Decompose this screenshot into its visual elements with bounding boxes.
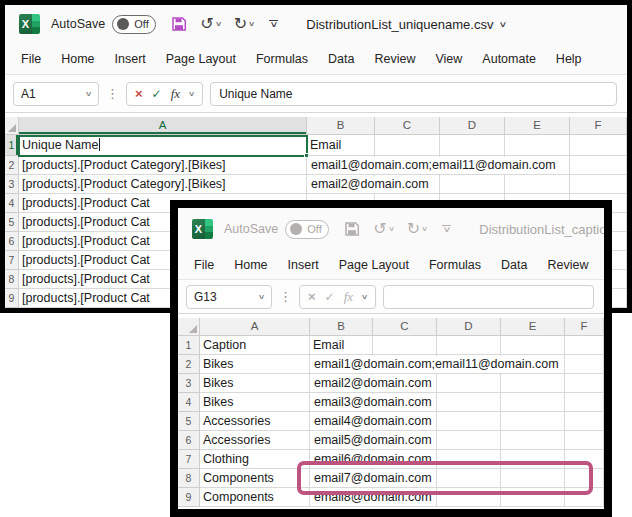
chevron-down-icon[interactable]: ∨ [361, 293, 369, 301]
row-header[interactable]: 5 [5, 213, 19, 232]
row-header[interactable]: 7 [178, 450, 200, 469]
select-all-button[interactable] [178, 318, 200, 336]
redo-icon[interactable]: ↻∨ [407, 221, 428, 237]
cell[interactable] [440, 135, 505, 156]
cell[interactable] [505, 135, 570, 156]
cell-a9[interactable]: Components [200, 488, 310, 507]
tab-page-layout[interactable]: Page Layout [329, 258, 419, 272]
cell[interactable] [565, 469, 604, 488]
autosave-toggle[interactable]: AutoSave Off [224, 220, 329, 239]
tab-file[interactable]: File [184, 258, 224, 272]
tab-data[interactable]: Data [318, 52, 364, 66]
cell[interactable] [505, 175, 570, 194]
chevron-down-icon[interactable]: ∨ [258, 293, 266, 301]
tab-insert[interactable]: Insert [105, 52, 156, 66]
row-header[interactable]: 8 [5, 270, 19, 289]
formula-bar-input[interactable] [383, 285, 594, 309]
cell-b2-highlighted[interactable]: email1@domain.com;email11@domain.com [310, 355, 373, 374]
cell[interactable] [437, 393, 501, 412]
column-header-a[interactable]: A [200, 318, 310, 336]
cell[interactable] [501, 469, 565, 488]
column-header-a[interactable]: A [19, 117, 307, 135]
cell[interactable] [375, 135, 440, 156]
undo-icon[interactable]: ↺∨ [200, 16, 221, 32]
cell[interactable] [570, 135, 627, 156]
cell-a2[interactable]: Bikes [200, 355, 310, 374]
save-icon[interactable] [344, 221, 360, 237]
cell[interactable] [501, 412, 565, 431]
chevron-down-icon[interactable]: ∨ [388, 221, 395, 237]
insert-function-icon[interactable]: fx [344, 289, 353, 305]
autosave-toggle[interactable]: AutoSave Off [51, 15, 156, 34]
cell[interactable] [437, 374, 501, 393]
undo-icon[interactable]: ↺∨ [373, 221, 394, 237]
chevron-down-icon[interactable]: ∨ [85, 90, 93, 98]
ribbon-display-options-icon[interactable]: ∨ [267, 20, 279, 28]
cell[interactable] [570, 156, 627, 175]
row-header[interactable]: 1 [178, 336, 200, 355]
autosave-switch[interactable]: Off [112, 15, 156, 34]
cell-a8[interactable]: Components [200, 469, 310, 488]
cell[interactable] [501, 374, 565, 393]
cell-a3[interactable]: Bikes [200, 374, 310, 393]
insert-function-icon[interactable]: fx [171, 86, 180, 102]
name-box[interactable]: A1 ∨ [13, 82, 99, 106]
row-header[interactable]: 9 [5, 289, 19, 308]
row-header[interactable]: 6 [5, 232, 19, 251]
cell[interactable] [565, 450, 604, 469]
tab-home[interactable]: Home [51, 52, 104, 66]
row-header[interactable]: 5 [178, 412, 200, 431]
row-header[interactable]: 2 [178, 355, 200, 374]
row-header[interactable]: 4 [5, 194, 19, 213]
column-header-d[interactable]: D [437, 318, 501, 336]
column-header-f[interactable]: F [570, 117, 627, 135]
cell[interactable] [440, 175, 505, 194]
formula-bar-input[interactable]: Unique Name [210, 82, 617, 106]
column-header-e[interactable]: E [505, 117, 570, 135]
cell[interactable] [437, 488, 501, 507]
row-header[interactable]: 3 [178, 374, 200, 393]
cell[interactable] [437, 431, 501, 450]
cell[interactable] [373, 336, 437, 355]
cell[interactable] [565, 431, 604, 450]
enter-icon[interactable]: ✓ [325, 290, 335, 304]
tab-review[interactable]: Review [364, 52, 425, 66]
column-header-b[interactable]: B [307, 117, 375, 135]
column-header-d[interactable]: D [440, 117, 505, 135]
cell[interactable] [565, 393, 604, 412]
cell[interactable] [501, 393, 565, 412]
tab-home[interactable]: Home [224, 258, 277, 272]
tab-data[interactable]: Data [491, 258, 537, 272]
cell-a4[interactable]: Bikes [200, 393, 310, 412]
chevron-down-icon[interactable]: ∨ [248, 16, 255, 32]
cell[interactable] [501, 336, 565, 355]
cell-b6[interactable]: email5@domain.com [310, 431, 373, 450]
cell-b5[interactable]: email4@domain.com [310, 412, 373, 431]
cell-b9[interactable]: email8@domain.com [310, 488, 373, 507]
column-header-e[interactable]: E [501, 318, 565, 336]
tab-automate[interactable]: Automate [472, 52, 546, 66]
tab-formulas[interactable]: Formulas [246, 52, 318, 66]
row-header[interactable]: 3 [5, 175, 19, 194]
row-header[interactable]: 1 [5, 135, 19, 156]
cancel-icon[interactable]: × [308, 289, 316, 304]
cell[interactable] [437, 450, 501, 469]
cell[interactable] [565, 336, 604, 355]
cell-a3[interactable]: [products].[Product Category].[Bikes] [19, 175, 307, 194]
chevron-down-icon[interactable]: ∨ [188, 90, 196, 98]
cancel-icon[interactable]: × [135, 86, 143, 101]
row-header[interactable]: 6 [178, 431, 200, 450]
cell[interactable] [437, 412, 501, 431]
select-all-button[interactable] [5, 117, 19, 135]
cell-b4[interactable]: email3@domain.com [310, 393, 373, 412]
tab-insert[interactable]: Insert [278, 258, 329, 272]
row-header[interactable]: 9 [178, 488, 200, 507]
column-header-f[interactable]: F [565, 318, 604, 336]
document-title[interactable]: DistributionList_uniquename.csv ∨ [306, 17, 506, 32]
cell-b1[interactable]: Email [310, 336, 373, 355]
row-header[interactable]: 7 [5, 251, 19, 270]
tab-formulas[interactable]: Formulas [419, 258, 491, 272]
cell[interactable] [570, 175, 627, 194]
name-box[interactable]: G13 ∨ [186, 285, 272, 309]
chevron-down-icon[interactable]: ∨ [215, 16, 222, 32]
